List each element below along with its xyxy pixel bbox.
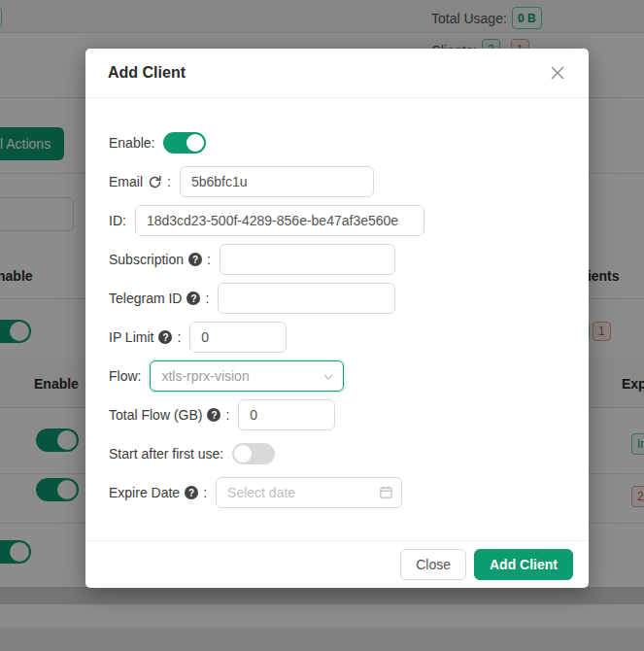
modal-body: Enable: Email : ID: Subscript [85,98,589,540]
ip-limit-row: IP Limit ? : [109,322,565,353]
enable-label: Enable: [109,135,154,151]
expire-date-picker[interactable] [216,477,402,508]
id-input[interactable] [135,205,424,236]
id-label: ID: [109,213,126,228]
telegram-label: Telegram ID ? : [109,291,209,306]
modal-header: Add Client [85,49,589,98]
enable-toggle[interactable] [163,132,206,154]
chevron-down-icon [322,370,334,386]
modal-title: Add Client [108,64,186,82]
modal-footer: Close Add Client [85,540,589,588]
help-icon[interactable]: ? [207,408,220,422]
add-client-button[interactable]: Add Client [474,549,573,580]
ip-limit-label: IP Limit ? : [109,329,181,345]
refresh-icon[interactable] [148,175,162,189]
add-client-modal: Add Client Enable: Email : [85,49,589,588]
subscription-label: Subscription ? : [109,252,211,267]
help-icon[interactable]: ? [188,253,202,266]
enable-row: Enable: [109,127,565,158]
subscription-row: Subscription ? : [109,244,565,275]
subscription-input[interactable] [220,244,395,275]
expire-date-label: Expire Date ? : [109,485,207,500]
total-flow-row: Total Flow (GB) ? : [109,399,565,430]
flow-label: Flow: [109,368,141,384]
flow-row: Flow: xtls-rprx-vision [109,360,565,392]
telegram-row: Telegram ID ? : [109,283,565,314]
expire-date-input[interactable] [216,477,402,508]
start-after-row: Start after first use: [109,438,565,469]
id-row: ID: [109,205,565,236]
help-icon[interactable]: ? [158,330,172,344]
start-after-first-use-toggle[interactable] [232,443,275,464]
flow-select[interactable]: xtls-rprx-vision [150,360,344,392]
total-flow-label: Total Flow (GB) ? : [109,407,229,423]
close-icon[interactable] [548,63,567,83]
flow-select-value: xtls-rprx-vision [161,368,249,384]
help-icon[interactable]: ? [186,291,200,305]
email-label: Email : [109,174,171,189]
email-input[interactable] [180,166,374,197]
expire-date-row: Expire Date ? : [109,477,565,508]
help-icon[interactable]: ? [185,486,198,499]
start-after-label: Start after first use: [109,446,223,462]
telegram-input[interactable] [218,283,395,314]
email-row: Email : [109,166,565,197]
total-flow-input[interactable] [238,399,335,430]
close-button[interactable]: Close [400,549,466,580]
ip-limit-input[interactable] [189,322,287,353]
